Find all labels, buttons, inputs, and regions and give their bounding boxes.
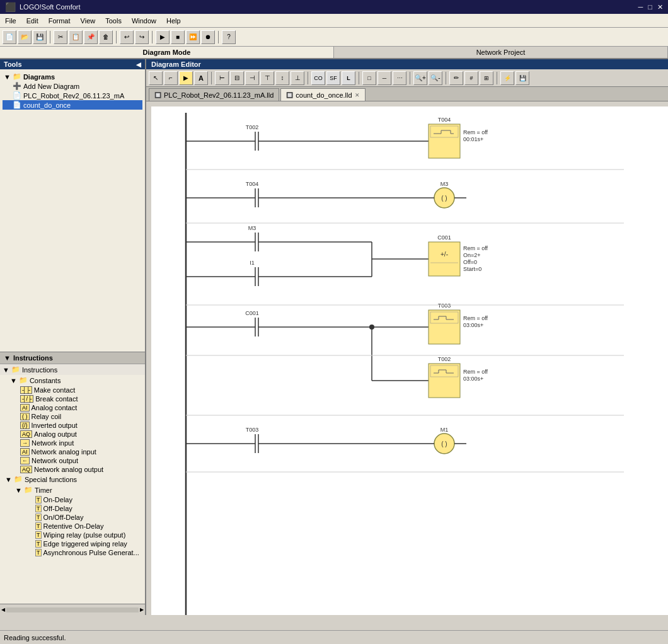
tab-count-do-once[interactable]: 🔲 count_do_once.lld ✕ [280, 88, 365, 101]
instr-network-output[interactable]: ← Network output [8, 456, 145, 465]
diag-wire[interactable]: ⌐ [164, 71, 178, 85]
diag-align-center[interactable]: ⊟ [230, 71, 244, 85]
diag-transfer2[interactable]: ⚡ [500, 71, 514, 85]
diagrams-header[interactable]: ▼ 📁 Diagrams [3, 72, 142, 81]
tab-network-project[interactable]: Network Project [334, 47, 668, 58]
menu-view[interactable]: View [76, 16, 101, 26]
sep4 [218, 31, 219, 43]
constants-label: Constants [30, 377, 61, 384]
break-contact-label: Break contact [35, 395, 78, 403]
svg-text:On=2+: On=2+ [463, 252, 481, 258]
diag-pen[interactable]: ✏ [449, 71, 463, 85]
relay-coil-icon: ( ) [20, 413, 30, 420]
diag-save2[interactable]: 💾 [515, 71, 529, 85]
tb-save[interactable]: 💾 [33, 30, 47, 44]
tb-copy[interactable]: 📋 [69, 30, 83, 44]
diag-snap[interactable]: ⊞ [480, 71, 493, 85]
diag-select[interactable]: ↖ [149, 71, 163, 85]
instr-inverted-output[interactable]: (/) Inverted output [8, 421, 145, 430]
menu-format[interactable]: Format [43, 16, 76, 26]
instr-group-instructions-header[interactable]: ▼ 📁 Instructions [0, 364, 145, 375]
tab-count-close[interactable]: ✕ [355, 92, 360, 98]
svg-text:T002: T002 [246, 124, 259, 130]
diag-zoomout[interactable]: 🔍- [429, 71, 442, 85]
menu-edit[interactable]: Edit [21, 16, 43, 26]
diag-align-top[interactable]: ⊤ [260, 71, 274, 85]
diag-zoomin[interactable]: 🔍+ [413, 71, 427, 85]
instr-onoff-delay[interactable]: T On/Off-Delay [13, 513, 145, 522]
analog-contact-label: Analog contact [32, 404, 78, 411]
wiping-relay-icon: T [35, 531, 42, 539]
instr-edge-wiping[interactable]: T Edge triggered wiping relay [13, 539, 145, 548]
tab-plc-robot[interactable]: 🔲 PLC_Robot_Rev2_06.11.23_mA.lld [149, 88, 279, 101]
diag-grid[interactable]: # [464, 71, 478, 85]
tb-prog[interactable]: ⏺ [201, 30, 215, 44]
tab-diagram-mode[interactable]: Diagram Mode [0, 47, 334, 58]
diag-l[interactable]: L [342, 71, 355, 85]
tb-stop[interactable]: ■ [171, 30, 185, 44]
instr-network-input[interactable]: → Network input [8, 439, 145, 447]
inverted-output-icon: (/) [20, 422, 30, 429]
tb-delete[interactable]: 🗑 [99, 30, 113, 44]
add-new-diagram-item[interactable]: ➕ Add New Diagram [3, 81, 142, 91]
tb-open[interactable]: 📂 [18, 30, 32, 44]
tb-redo[interactable]: ↪ [135, 30, 149, 44]
menu-window[interactable]: Window [127, 16, 161, 26]
tb-transfer[interactable]: ▶ [156, 30, 170, 44]
constants-header[interactable]: ▼ 📁 Constants [8, 375, 145, 386]
tb-new[interactable]: 📄 [3, 30, 16, 44]
diag-sf[interactable]: SF [326, 71, 340, 85]
minimize-btn[interactable]: ─ [638, 3, 643, 11]
diag-co[interactable]: CO [311, 71, 325, 85]
instr-network-analog-output[interactable]: AQ Network analog output [8, 465, 145, 474]
diagram-canvas-container[interactable]: T002 T004 Rem = off 00:01s+ [146, 101, 668, 615]
tb-paste[interactable]: 📌 [84, 30, 98, 44]
instr-retentive-on-delay[interactable]: T Retentive On-Delay [13, 522, 145, 531]
svg-text:Off=0: Off=0 [463, 259, 477, 265]
instr-async-pulse[interactable]: T Asynchronous Pulse Generat... [13, 548, 145, 557]
menu-file[interactable]: File [0, 16, 21, 26]
instr-break-contact[interactable]: ┤/├ Break contact [8, 394, 145, 403]
diagram-plc-robot[interactable]: 📄 PLC_Robot_Rev2_06.11.23_mA [3, 91, 142, 100]
instr-network-analog-input[interactable]: AI Network analog input [8, 447, 145, 456]
tb-undo[interactable]: ↩ [120, 30, 134, 44]
instr-wiping-relay[interactable]: T Wiping relay (pulse output) [13, 531, 145, 539]
tb-cut[interactable]: ✂ [54, 30, 67, 44]
instr-make-contact[interactable]: ┤├ Make contact [8, 386, 145, 394]
instructions-body: ▼ 📁 Instructions ▼ 📁 Constants ┤├ Make [0, 364, 145, 604]
onoff-delay-icon: T [35, 514, 42, 521]
instr-analog-contact[interactable]: AI Analog contact [8, 403, 145, 412]
instr-analog-output[interactable]: AQ Analog output [8, 430, 145, 439]
special-functions-header[interactable]: ▼ 📁 Special functions [3, 474, 145, 485]
diag-align-left[interactable]: ⊢ [215, 71, 229, 85]
diag-run[interactable]: ▶ [179, 71, 193, 85]
svg-text:C001: C001 [245, 310, 259, 316]
tb-help[interactable]: ? [222, 30, 236, 44]
diag-line[interactable]: ─ [377, 71, 391, 85]
diag-text[interactable]: A [194, 71, 208, 85]
instr-on-delay[interactable]: T On-Delay [13, 495, 145, 504]
diagram-count-do-once[interactable]: 📄 count_do_once [3, 100, 142, 110]
tools-label: Tools [4, 60, 22, 68]
svg-text:Rem = off: Rem = off [463, 129, 488, 135]
tb-run[interactable]: ⏩ [186, 30, 200, 44]
constants-subgroup: ▼ 📁 Constants ┤├ Make contact ┤/├ Break … [0, 375, 145, 474]
diag-align-bottom[interactable]: ⊥ [291, 71, 304, 85]
instr-off-delay[interactable]: T Off-Delay [13, 504, 145, 513]
instr-relay-coil[interactable]: ( ) Relay coil [8, 412, 145, 421]
collapse-icon[interactable]: ◀ [136, 61, 141, 68]
svg-rect-47 [429, 242, 460, 276]
close-btn[interactable]: ✕ [657, 3, 663, 11]
diag-align-middle[interactable]: ↕ [275, 71, 289, 85]
diag-dots[interactable]: ⋯ [393, 71, 406, 85]
svg-text:C001: C001 [437, 234, 451, 241]
timer-header[interactable]: ▼ 📁 Timer [13, 485, 145, 495]
menu-help[interactable]: Help [161, 16, 186, 26]
hscroll-left[interactable]: ◀ [1, 607, 5, 612]
diag-rect[interactable]: □ [362, 71, 376, 85]
maximize-btn[interactable]: □ [648, 3, 652, 11]
diag-align-right[interactable]: ⊣ [245, 71, 259, 85]
menu-tools[interactable]: Tools [100, 16, 127, 26]
hscroll-right[interactable]: ▶ [140, 607, 144, 612]
instructions-toggle[interactable]: ▼ Instructions [0, 352, 145, 364]
